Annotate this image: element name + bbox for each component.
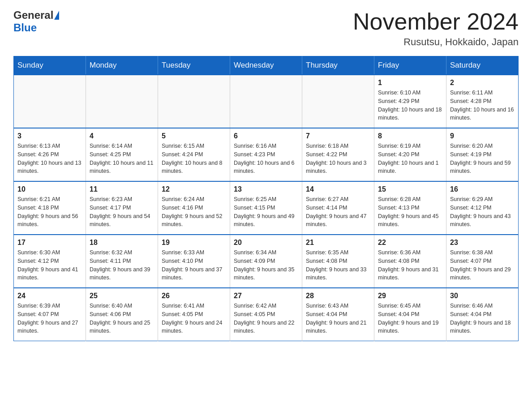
- day-info: Sunrise: 6:46 AMSunset: 4:04 PMDaylight:…: [450, 302, 515, 335]
- day-info: Sunrise: 6:30 AMSunset: 4:12 PMDaylight:…: [17, 248, 82, 282]
- calendar-body: 1Sunrise: 6:10 AMSunset: 4:29 PMDaylight…: [14, 75, 519, 341]
- logo-blue-text: Blue: [13, 21, 37, 34]
- day-number: 2: [450, 79, 515, 87]
- weekday-header-thursday: Thursday: [302, 56, 374, 75]
- calendar-cell: 21Sunrise: 6:35 AMSunset: 4:08 PMDayligh…: [302, 235, 374, 288]
- calendar-week-row: 24Sunrise: 6:39 AMSunset: 4:07 PMDayligh…: [14, 288, 519, 341]
- calendar-cell: 3Sunrise: 6:13 AMSunset: 4:26 PMDaylight…: [14, 128, 86, 181]
- day-info: Sunrise: 6:41 AMSunset: 4:05 PMDaylight:…: [162, 302, 226, 335]
- calendar-cell: 12Sunrise: 6:24 AMSunset: 4:16 PMDayligh…: [158, 181, 230, 235]
- day-number: 24: [17, 292, 82, 300]
- calendar-title: November 2024: [353, 9, 519, 34]
- day-info: Sunrise: 6:43 AMSunset: 4:04 PMDaylight:…: [306, 302, 370, 335]
- day-info: Sunrise: 6:42 AMSunset: 4:05 PMDaylight:…: [234, 302, 298, 335]
- day-number: 17: [17, 239, 82, 247]
- day-number: 27: [234, 292, 298, 300]
- weekday-header-monday: Monday: [86, 56, 158, 75]
- weekday-header-saturday: Saturday: [446, 56, 519, 75]
- calendar-cell: 10Sunrise: 6:21 AMSunset: 4:18 PMDayligh…: [14, 181, 86, 235]
- day-number: 18: [90, 239, 154, 247]
- day-number: 12: [162, 185, 226, 193]
- day-info: Sunrise: 6:28 AMSunset: 4:13 PMDaylight:…: [378, 195, 442, 229]
- day-info: Sunrise: 6:13 AMSunset: 4:26 PMDaylight:…: [17, 142, 82, 176]
- day-number: 19: [162, 239, 226, 247]
- day-info: Sunrise: 6:21 AMSunset: 4:18 PMDaylight:…: [17, 195, 82, 229]
- weekday-header-wednesday: Wednesday: [230, 56, 302, 75]
- day-number: 29: [378, 292, 442, 300]
- calendar-cell: 5Sunrise: 6:15 AMSunset: 4:24 PMDaylight…: [158, 128, 230, 181]
- day-info: Sunrise: 6:10 AMSunset: 4:29 PMDaylight:…: [378, 89, 442, 122]
- calendar-cell: [14, 75, 86, 128]
- calendar-cell: 29Sunrise: 6:45 AMSunset: 4:04 PMDayligh…: [374, 288, 446, 341]
- calendar-cell: 11Sunrise: 6:23 AMSunset: 4:17 PMDayligh…: [86, 181, 158, 235]
- calendar-cell: 6Sunrise: 6:16 AMSunset: 4:23 PMDaylight…: [230, 128, 302, 181]
- calendar-cell: 15Sunrise: 6:28 AMSunset: 4:13 PMDayligh…: [374, 181, 446, 235]
- day-number: 8: [378, 132, 442, 140]
- day-number: 13: [234, 185, 298, 193]
- logo: General Blue: [13, 9, 59, 34]
- day-info: Sunrise: 6:29 AMSunset: 4:12 PMDaylight:…: [450, 195, 515, 229]
- calendar-cell: 25Sunrise: 6:40 AMSunset: 4:06 PMDayligh…: [86, 288, 158, 341]
- day-number: 9: [450, 132, 515, 140]
- day-info: Sunrise: 6:27 AMSunset: 4:14 PMDaylight:…: [306, 195, 370, 229]
- calendar-cell: 23Sunrise: 6:38 AMSunset: 4:07 PMDayligh…: [446, 235, 519, 288]
- calendar-cell: [86, 75, 158, 128]
- day-number: 26: [162, 292, 226, 300]
- calendar-cell: 28Sunrise: 6:43 AMSunset: 4:04 PMDayligh…: [302, 288, 374, 341]
- day-number: 25: [90, 292, 154, 300]
- calendar-cell: 30Sunrise: 6:46 AMSunset: 4:04 PMDayligh…: [446, 288, 519, 341]
- calendar-cell: 22Sunrise: 6:36 AMSunset: 4:08 PMDayligh…: [374, 235, 446, 288]
- day-number: 23: [450, 239, 515, 247]
- day-info: Sunrise: 6:11 AMSunset: 4:28 PMDaylight:…: [450, 89, 515, 122]
- calendar-subtitle: Rusutsu, Hokkaido, Japan: [353, 36, 519, 48]
- calendar-cell: 13Sunrise: 6:25 AMSunset: 4:15 PMDayligh…: [230, 181, 302, 235]
- day-info: Sunrise: 6:25 AMSunset: 4:15 PMDaylight:…: [234, 195, 298, 229]
- day-info: Sunrise: 6:19 AMSunset: 4:20 PMDaylight:…: [378, 142, 442, 176]
- day-number: 6: [234, 132, 298, 140]
- day-number: 20: [234, 239, 298, 247]
- calendar-title-area: November 2024 Rusutsu, Hokkaido, Japan: [353, 9, 519, 48]
- day-number: 10: [17, 185, 82, 193]
- calendar-week-row: 17Sunrise: 6:30 AMSunset: 4:12 PMDayligh…: [14, 235, 519, 288]
- day-number: 15: [378, 185, 442, 193]
- calendar-cell: 16Sunrise: 6:29 AMSunset: 4:12 PMDayligh…: [446, 181, 519, 235]
- day-info: Sunrise: 6:24 AMSunset: 4:16 PMDaylight:…: [162, 195, 226, 229]
- logo-triangle-icon: [54, 11, 59, 20]
- calendar-cell: 1Sunrise: 6:10 AMSunset: 4:29 PMDaylight…: [374, 75, 446, 128]
- calendar-cell: 17Sunrise: 6:30 AMSunset: 4:12 PMDayligh…: [14, 235, 86, 288]
- day-info: Sunrise: 6:14 AMSunset: 4:25 PMDaylight:…: [90, 142, 154, 176]
- page-header: General Blue November 2024 Rusutsu, Hokk…: [13, 9, 519, 48]
- calendar-cell: 9Sunrise: 6:20 AMSunset: 4:19 PMDaylight…: [446, 128, 519, 181]
- day-number: 21: [306, 239, 370, 247]
- day-number: 7: [306, 132, 370, 140]
- calendar-cell: [230, 75, 302, 128]
- day-info: Sunrise: 6:18 AMSunset: 4:22 PMDaylight:…: [306, 142, 370, 176]
- day-number: 22: [378, 239, 442, 247]
- logo-general-text: General: [13, 9, 53, 21]
- day-info: Sunrise: 6:40 AMSunset: 4:06 PMDaylight:…: [90, 302, 154, 335]
- weekday-header-sunday: Sunday: [14, 56, 86, 75]
- calendar-cell: 26Sunrise: 6:41 AMSunset: 4:05 PMDayligh…: [158, 288, 230, 341]
- weekday-header-row: SundayMondayTuesdayWednesdayThursdayFrid…: [14, 56, 519, 75]
- day-info: Sunrise: 6:34 AMSunset: 4:09 PMDaylight:…: [234, 248, 298, 282]
- day-number: 30: [450, 292, 515, 300]
- day-number: 14: [306, 185, 370, 193]
- calendar-cell: 14Sunrise: 6:27 AMSunset: 4:14 PMDayligh…: [302, 181, 374, 235]
- day-info: Sunrise: 6:38 AMSunset: 4:07 PMDaylight:…: [450, 248, 515, 282]
- day-number: 5: [162, 132, 226, 140]
- day-number: 1: [378, 79, 442, 87]
- calendar-cell: 18Sunrise: 6:32 AMSunset: 4:11 PMDayligh…: [86, 235, 158, 288]
- calendar-table: SundayMondayTuesdayWednesdayThursdayFrid…: [13, 56, 519, 341]
- calendar-cell: 8Sunrise: 6:19 AMSunset: 4:20 PMDaylight…: [374, 128, 446, 181]
- calendar-week-row: 3Sunrise: 6:13 AMSunset: 4:26 PMDaylight…: [14, 128, 519, 181]
- day-info: Sunrise: 6:16 AMSunset: 4:23 PMDaylight:…: [234, 142, 298, 176]
- day-number: 11: [90, 185, 154, 193]
- day-info: Sunrise: 6:35 AMSunset: 4:08 PMDaylight:…: [306, 248, 370, 282]
- calendar-cell: 2Sunrise: 6:11 AMSunset: 4:28 PMDaylight…: [446, 75, 519, 128]
- weekday-header-tuesday: Tuesday: [158, 56, 230, 75]
- calendar-week-row: 1Sunrise: 6:10 AMSunset: 4:29 PMDaylight…: [14, 75, 519, 128]
- weekday-header-friday: Friday: [374, 56, 446, 75]
- day-info: Sunrise: 6:32 AMSunset: 4:11 PMDaylight:…: [90, 248, 154, 282]
- calendar-cell: [302, 75, 374, 128]
- calendar-cell: 7Sunrise: 6:18 AMSunset: 4:22 PMDaylight…: [302, 128, 374, 181]
